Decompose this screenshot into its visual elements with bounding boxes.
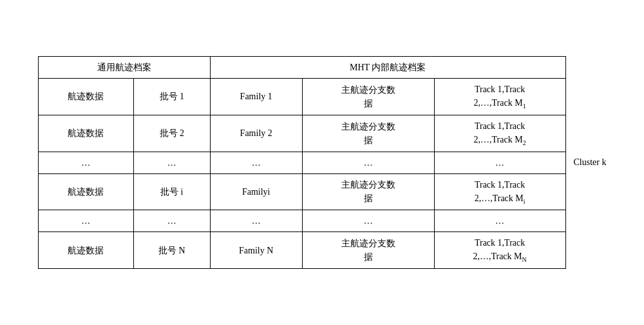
cell-ellipsis: … — [302, 152, 434, 173]
cell-main-track-i: 主航迹分支数据 — [302, 173, 434, 210]
table-row: 航迹数据 批号 N Family N 主航迹分支数据 Track 1,Track… — [38, 232, 565, 269]
cell-ellipsis: … — [133, 152, 210, 173]
cell-ellipsis: … — [38, 152, 133, 173]
cell-ellipsis: … — [302, 210, 434, 232]
cell-batch-1: 批号 1 — [133, 78, 210, 115]
cell-ellipsis: … — [210, 210, 302, 232]
cell-ellipsis: … — [434, 152, 565, 173]
cluster-label: Cluster k — [574, 157, 607, 168]
cell-ellipsis: … — [38, 210, 133, 232]
header-general: 通用航迹档案 — [38, 56, 210, 78]
cell-ellipsis: … — [434, 210, 565, 232]
cell-main-track-1: 主航迹分支数据 — [302, 78, 434, 115]
table-row-ellipsis: … … … … … — [38, 152, 565, 173]
cell-track-list-i: Track 1,Track2,…,Track Mi — [434, 173, 565, 210]
cell-track-data: 航迹数据 — [38, 232, 133, 269]
cell-track-data: 航迹数据 — [38, 173, 133, 210]
cell-track-list-1: Track 1,Track2,…,Track M1 — [434, 78, 565, 115]
cell-batch-n: 批号 N — [133, 232, 210, 269]
header-row: 通用航迹档案 MHT 内部航迹档案 — [38, 56, 565, 78]
cell-ellipsis: … — [133, 210, 210, 232]
cell-ellipsis: … — [210, 152, 302, 173]
cell-track-data: 航迹数据 — [38, 115, 133, 152]
cell-track-data: 航迹数据 — [38, 78, 133, 115]
table-row: 航迹数据 批号 i Familyi 主航迹分支数据 Track 1,Track2… — [38, 173, 565, 210]
main-table: 通用航迹档案 MHT 内部航迹档案 航迹数据 批号 1 Family 1 主航迹… — [38, 56, 566, 269]
cell-batch-i: 批号 i — [133, 173, 210, 210]
cell-family-n: Family N — [210, 232, 302, 269]
cell-track-list-n: Track 1,Track2,…,Track MN — [434, 232, 565, 269]
cell-family-i: Familyi — [210, 173, 302, 210]
cell-family-2: Family 2 — [210, 115, 302, 152]
table-row: 航迹数据 批号 1 Family 1 主航迹分支数据 Track 1,Track… — [38, 78, 565, 115]
table-row-ellipsis: … … … … … — [38, 210, 565, 232]
cell-track-list-2: Track 1,Track2,…,Track M2 — [434, 115, 565, 152]
table-row: 航迹数据 批号 2 Family 2 主航迹分支数据 Track 1,Track… — [38, 115, 565, 152]
cell-family-1: Family 1 — [210, 78, 302, 115]
page-container: 通用航迹档案 MHT 内部航迹档案 航迹数据 批号 1 Family 1 主航迹… — [38, 56, 607, 269]
header-mht: MHT 内部航迹档案 — [210, 56, 565, 78]
cell-main-track-n: 主航迹分支数据 — [302, 232, 434, 269]
cell-batch-2: 批号 2 — [133, 115, 210, 152]
cell-main-track-2: 主航迹分支数据 — [302, 115, 434, 152]
